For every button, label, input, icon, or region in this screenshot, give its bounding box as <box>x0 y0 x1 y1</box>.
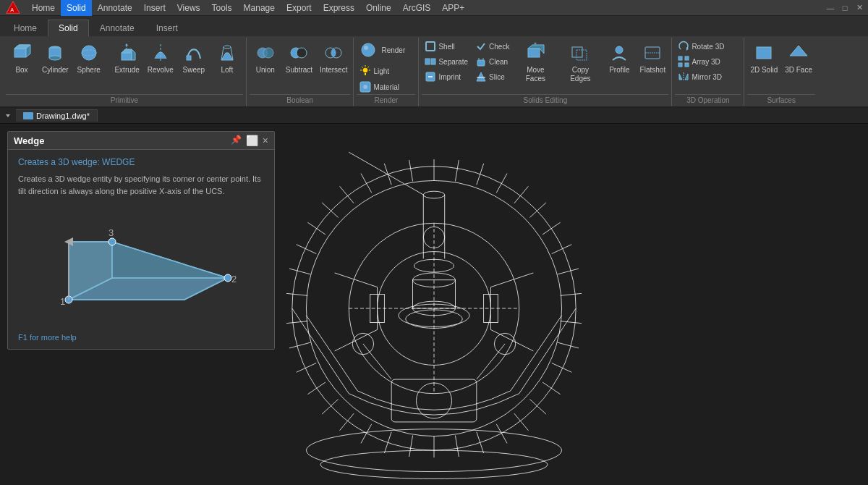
svg-text:1: 1 <box>60 296 65 307</box>
svg-marker-73 <box>69 242 228 300</box>
separate-label: Separate <box>438 58 468 66</box>
menu-online[interactable]: Online <box>360 0 397 16</box>
svg-line-91 <box>322 203 339 218</box>
tooltip-help-link[interactable]: F1 for more help <box>18 333 77 342</box>
tooltip-close-btn[interactable]: × <box>263 135 268 146</box>
btn-array3d[interactable]: Array 3D <box>675 54 723 69</box>
btn-copy-edges[interactable]: Copy Edges <box>558 39 602 85</box>
menu-express[interactable]: Express <box>318 0 360 16</box>
btn-sweep[interactable]: Sweep <box>178 39 210 77</box>
svg-line-94 <box>289 269 310 274</box>
ribbon-content: Box Cylinder Sphere <box>0 36 868 106</box>
btn-shell[interactable]: Shell <box>422 39 471 54</box>
tooltip-popup: Wedge 📌 ⬜ × Creates a 3D wedge: WEDGE Cr… <box>7 131 275 350</box>
btn-union[interactable]: Union <box>250 39 281 77</box>
menu-insert[interactable]: Insert <box>138 0 171 16</box>
btn-slice[interactable]: Slice <box>472 69 512 84</box>
svg-line-108 <box>496 424 507 443</box>
btn-move-faces[interactable]: Move Faces <box>514 39 557 85</box>
svg-line-106 <box>455 436 459 457</box>
btn-intersect[interactable]: Intersect <box>317 39 350 77</box>
btn-subtract[interactable]: Subtract <box>283 39 315 77</box>
ribbon: Home Solid Annotate Insert Box <box>0 16 868 108</box>
window-minimize[interactable]: — <box>825 2 836 14</box>
svg-point-31 <box>363 68 367 72</box>
svg-rect-45 <box>477 60 485 66</box>
svg-line-100 <box>322 400 339 415</box>
svg-line-92 <box>307 222 326 235</box>
boolean-items: Union Subtract Intersect <box>250 39 351 94</box>
btn-clean[interactable]: Clean <box>472 54 512 69</box>
tab-annotate[interactable]: Annotate <box>89 20 145 36</box>
btn-extrude[interactable]: Extrude <box>111 39 143 77</box>
menu-annotate[interactable]: Annotate <box>92 0 138 16</box>
clean-label: Clean <box>489 58 508 66</box>
menu-views[interactable]: Views <box>171 0 206 16</box>
btn-loft[interactable]: Loft <box>211 39 243 77</box>
group-primitive: Box Cylinder Sphere <box>3 38 247 106</box>
menu-tools[interactable]: Tools <box>206 0 238 16</box>
intersect-icon <box>322 41 345 64</box>
btn-3d-face[interactable]: 3D Face <box>782 39 815 77</box>
tab-solid[interactable]: Solid <box>48 20 89 36</box>
svg-point-24 <box>263 48 273 58</box>
svg-line-99 <box>307 382 326 395</box>
doc-tab-drawing1[interactable]: Drawing1.dwg* <box>16 109 98 122</box>
3d-operation-label: 3D Operation <box>675 94 741 105</box>
array3d-icon <box>678 56 689 67</box>
btn-flatshot[interactable]: Flatshot <box>637 39 668 77</box>
btn-box[interactable]: Box <box>6 39 38 77</box>
check-icon <box>475 41 487 52</box>
tooltip-maximize[interactable]: ⬜ <box>246 135 258 146</box>
svg-rect-50 <box>528 48 540 57</box>
check-label: Check <box>489 43 509 51</box>
btn-material[interactable]: Material <box>357 80 402 94</box>
tooltip-pin[interactable]: 📌 <box>231 135 242 146</box>
btn-cylinder[interactable]: Cylinder <box>39 39 72 77</box>
btn-rotate3d[interactable]: Rotate 3D <box>675 39 727 54</box>
btn-imprint[interactable]: Imprint <box>422 69 471 84</box>
surfaces-label: Surfaces <box>747 94 815 105</box>
loft-label: Loft <box>221 66 233 75</box>
svg-line-37 <box>362 67 363 68</box>
tab-insert[interactable]: Insert <box>145 20 189 36</box>
tooltip-title: Wedge <box>14 135 44 146</box>
doc-tab-name: Drawing1.dwg* <box>36 111 90 120</box>
menu-home[interactable]: Home <box>26 0 61 16</box>
tooltip-description: Creates a 3D wedge entity by specifying … <box>18 173 264 197</box>
material-label: Material <box>373 83 399 91</box>
menu-app-plus[interactable]: APP+ <box>436 0 470 16</box>
menu-solid[interactable]: Solid <box>61 0 92 16</box>
btn-sphere[interactable]: Sphere <box>73 39 105 77</box>
doc-tab-icon <box>23 112 33 119</box>
tab-home[interactable]: Home <box>3 20 48 36</box>
btn-mirror3d[interactable]: Mirror 3D <box>675 69 725 84</box>
separate-icon <box>425 56 436 67</box>
window-maximize[interactable]: □ <box>839 2 851 14</box>
flatshot-label: Flatshot <box>640 66 666 75</box>
svg-rect-2 <box>14 48 26 57</box>
extrude-label: Extrude <box>114 66 139 75</box>
btn-separate[interactable]: Separate <box>422 54 471 69</box>
shell-label: Shell <box>438 43 454 51</box>
window-close[interactable]: ✕ <box>854 2 865 14</box>
group-render: Render Light Material Render <box>354 38 419 106</box>
subtract-label: Subtract <box>286 66 312 75</box>
menu-export[interactable]: Export <box>281 0 318 16</box>
btn-render[interactable]: Render <box>357 39 414 62</box>
slice-label: Slice <box>489 73 505 81</box>
btn-light[interactable]: Light <box>357 64 392 78</box>
btn-2d-solid[interactable]: 2D Solid <box>747 39 780 77</box>
menu-manage[interactable]: Manage <box>238 0 281 16</box>
profile-label: Profile <box>609 66 629 75</box>
sweep-icon <box>182 41 205 64</box>
svg-rect-61 <box>685 56 689 60</box>
btn-profile[interactable]: Profile <box>603 39 635 77</box>
menu-arcgis[interactable]: ArcGIS <box>397 0 437 16</box>
imprint-icon <box>425 71 436 83</box>
svg-line-89 <box>361 174 372 193</box>
btn-revolve[interactable]: Revolve <box>145 39 176 77</box>
doc-tab-bar: Drawing1.dwg* <box>0 108 868 124</box>
svg-point-10 <box>82 46 96 60</box>
btn-check[interactable]: Check <box>472 39 512 54</box>
